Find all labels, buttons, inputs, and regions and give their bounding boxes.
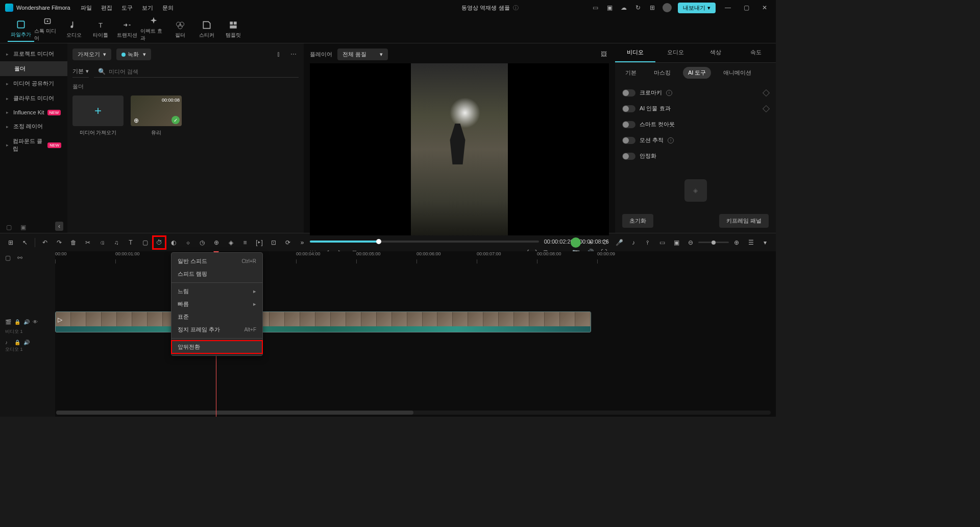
music-icon[interactable]: ♪	[629, 238, 638, 247]
eye-icon[interactable]: 👁	[33, 319, 39, 325]
sidebar-folder[interactable]: 폴더	[0, 61, 67, 76]
folder-icon[interactable]: ▣	[20, 224, 28, 231]
collapse-sidebar[interactable]: ‹	[55, 222, 63, 231]
redo-icon[interactable]: ↷	[55, 238, 64, 247]
timer-icon[interactable]: ◷	[198, 238, 207, 247]
render-icon[interactable]: ⟳	[283, 238, 292, 247]
new-folder-icon[interactable]: ▢	[6, 224, 13, 231]
menu-file[interactable]: 파일	[81, 4, 92, 12]
lock-icon[interactable]: 🔒	[14, 319, 20, 325]
tab-stock[interactable]: 스톡 미디어	[34, 16, 61, 42]
color-icon[interactable]: ◐	[169, 238, 178, 247]
link-tracks-icon[interactable]: ⚯	[17, 254, 24, 261]
marker-icon[interactable]: [‣]	[255, 238, 264, 247]
track-icon[interactable]: ≡	[240, 238, 250, 247]
sidebar-compound[interactable]: ▸컴파운드 클립NEW	[0, 134, 67, 156]
expand-icon[interactable]: ⊕	[212, 238, 221, 247]
timeline-ruler[interactable]: 00:00 00:00:01:00 00:00:02:00 00:00:03:0…	[55, 251, 776, 265]
toggle-motion-track[interactable]	[622, 137, 635, 144]
record-dropdown[interactable]: 녹화▾	[116, 49, 151, 60]
insp-tab-speed[interactable]: 속도	[736, 43, 776, 62]
menu-view[interactable]: 보기	[142, 4, 153, 12]
reset-button[interactable]: 초기화	[622, 214, 653, 228]
ctx-freeze-frame[interactable]: 정지 프레임 추가Alt+F	[172, 323, 262, 336]
media-clip-tile[interactable]: 00:00:08 ⊕ ✓ 유리	[131, 95, 182, 136]
sidebar-project-media[interactable]: ▸프로젝트 미디어	[0, 46, 67, 61]
tab-filters[interactable]: 필터	[167, 16, 193, 42]
ctx-normal[interactable]: 표준	[172, 310, 262, 323]
timeline-content[interactable]: 00:00 00:00:01:00 00:00:02:00 00:00:03:0…	[55, 251, 776, 417]
layout-icon[interactable]: ▭	[591, 4, 599, 12]
menu-edit[interactable]: 편집	[101, 4, 112, 12]
shield-icon[interactable]: 🛡	[600, 238, 609, 247]
keyframe-panel-button[interactable]: 키프레임 패널	[719, 214, 769, 228]
mixer-icon[interactable]: ⫯	[643, 238, 652, 247]
tag-icon[interactable]: ◈	[226, 238, 235, 247]
insp-tab-audio[interactable]: 오디오	[655, 43, 696, 62]
grid-icon[interactable]: ⊞	[648, 4, 656, 12]
cursor-icon[interactable]: ↖	[20, 238, 30, 247]
link-icon[interactable]: ⊡	[269, 238, 278, 247]
cut-icon[interactable]: ✂	[83, 238, 92, 247]
zoom-in-icon[interactable]: ⊕	[732, 238, 741, 247]
undo-icon[interactable]: ↶	[40, 238, 50, 247]
tab-stickers[interactable]: 스티커	[193, 16, 220, 42]
sidebar-adjust[interactable]: ▸조정 레이어	[0, 119, 67, 134]
subtab-basic[interactable]: 기본	[620, 67, 642, 79]
view-dropdown[interactable]: 기본▾	[72, 65, 89, 78]
tab-transitions[interactable]: 트랜지션	[114, 16, 140, 42]
sidebar-cloud[interactable]: ▸클라우드 미디어	[0, 91, 67, 106]
info-icon[interactable]: ⓘ	[513, 4, 519, 12]
filter-icon[interactable]: ⫿	[277, 51, 285, 59]
lock-icon[interactable]: 🔒	[14, 340, 20, 346]
ctx-reverse[interactable]: 앞뒤전환	[172, 341, 262, 353]
avatar[interactable]	[663, 3, 672, 12]
timeline-scrollbar[interactable]	[56, 411, 771, 415]
tab-audio[interactable]: 오디오	[61, 16, 87, 42]
more-icon[interactable]: ⋯	[290, 51, 299, 59]
audio-edit-icon[interactable]: ♫	[112, 238, 121, 247]
insp-tab-color[interactable]: 색상	[696, 43, 736, 62]
ctx-normal-speed[interactable]: 일반 스피드Ctrl+R	[172, 255, 262, 268]
chevron-down-icon[interactable]: ▾	[761, 238, 770, 247]
more-tools-icon[interactable]: »	[298, 238, 307, 247]
delete-icon[interactable]: 🗑	[69, 238, 78, 247]
video-clip[interactable]: ▷	[55, 312, 591, 332]
keyframe-diamond[interactable]	[763, 89, 770, 96]
toggle-chromakey[interactable]	[622, 89, 635, 97]
minimize-button[interactable]: —	[722, 3, 734, 13]
maximize-button[interactable]: ▢	[740, 3, 752, 13]
sidebar-influence[interactable]: ▸Influence KitNEW	[0, 106, 67, 119]
toggle-ai-portrait[interactable]	[622, 105, 635, 112]
sidebar-share[interactable]: ▸미디어 공유하기	[0, 76, 67, 91]
analyze-placeholder[interactable]: ◈ 분석을 시작하려면 클릭합니다	[622, 164, 769, 209]
insp-tab-video[interactable]: 비디오	[615, 43, 655, 62]
select-tool-icon[interactable]: ⊞	[6, 238, 15, 247]
ctx-speed-ramping[interactable]: 스피드 램핑	[172, 268, 262, 280]
tab-titles[interactable]: T타이틀	[87, 16, 114, 42]
zoom-out-icon[interactable]: ⊖	[686, 238, 695, 247]
tab-effects[interactable]: 이펙트 효과	[140, 16, 167, 42]
mute-icon[interactable]: 🔊	[23, 340, 30, 346]
import-dropdown[interactable]: 가져오기▾	[72, 49, 111, 60]
info-icon[interactable]: i	[668, 137, 674, 143]
crop-icon[interactable]: ⟃	[97, 238, 107, 247]
media-import-tile[interactable]: + 미디어 가져오기	[72, 95, 124, 136]
export-button[interactable]: 내보내기▾	[678, 3, 716, 13]
ctx-fast[interactable]: 빠름▸	[172, 298, 262, 310]
mute-icon[interactable]: 🔊	[23, 319, 30, 325]
image-icon[interactable]: ▣	[605, 4, 614, 12]
ctx-slow[interactable]: 느림▸	[172, 285, 262, 298]
tab-import[interactable]: 파일추가	[8, 16, 34, 42]
subtab-animation[interactable]: 애니메이션	[718, 67, 756, 79]
video-track[interactable]: ▷	[55, 310, 776, 333]
keyframe-diamond[interactable]	[763, 105, 770, 112]
zoom-slider[interactable]	[698, 242, 729, 243]
menu-help[interactable]: 문의	[162, 4, 174, 12]
snapshot-icon[interactable]: 🖼	[601, 51, 609, 59]
add-to-timeline-icon[interactable]: ⊕	[133, 117, 140, 124]
menu-tools[interactable]: 도구	[121, 4, 133, 12]
record-indicator[interactable]	[571, 237, 581, 248]
cloud-icon[interactable]: ☁	[620, 4, 628, 12]
history-icon[interactable]: ↻	[634, 4, 642, 12]
